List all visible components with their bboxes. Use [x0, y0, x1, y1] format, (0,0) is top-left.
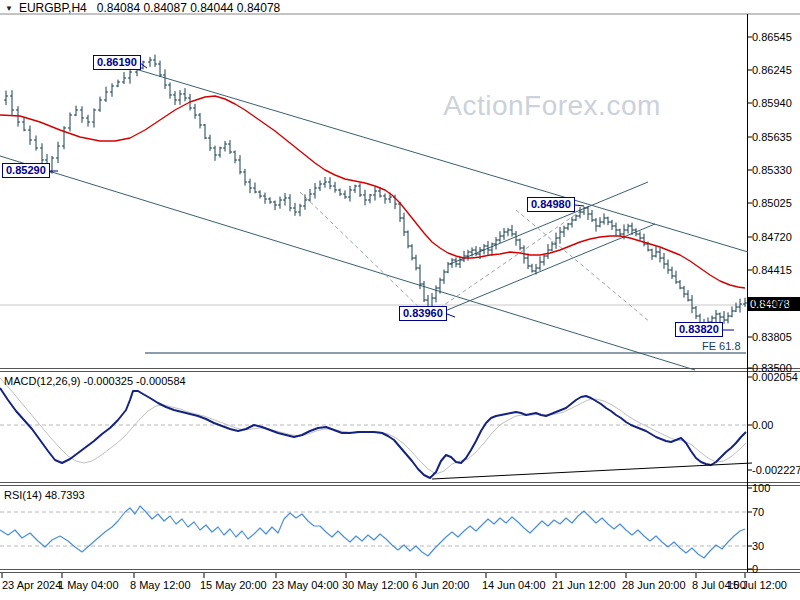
y-axis-macd-label: 0.00: [752, 419, 773, 431]
symbol-period-label: EURGBP,H4: [19, 1, 87, 15]
y-axis-price-label: 0.85025: [752, 197, 792, 209]
y-axis-rsi-label: 30: [752, 540, 764, 552]
x-axis-date-label: 21 Jun 12:00: [552, 579, 616, 591]
level-connector-line: [575, 205, 584, 206]
y-axis-rsi-label: 100: [752, 482, 770, 494]
chart-window: ▼EURGBP,H40.84084 0.84087 0.84044 0.8407…: [0, 0, 800, 600]
price-level-tag: 0.86190: [93, 55, 141, 70]
x-axis-date-label: 30 May 12:00: [342, 579, 409, 591]
x-axis-date-label: 1 May 04:00: [58, 579, 119, 591]
price-level-tag: 0.84980: [527, 197, 575, 212]
trendline: [0, 156, 695, 370]
y-axis-macd-label: 0.002054: [752, 371, 798, 383]
rsi-line: [0, 506, 745, 558]
x-axis-date-label: 15 May 20:00: [200, 579, 267, 591]
y-axis-price-label: 0.86245: [752, 64, 792, 76]
x-axis-date-label: 23 Apr 2024: [2, 579, 61, 591]
y-axis-price-label: 0.86545: [752, 31, 792, 43]
collapse-indicator-icon[interactable]: ▼: [5, 4, 13, 13]
y-axis-rsi-label: 70: [752, 506, 764, 518]
fibonacci-expansion-label: FE 61.8: [702, 340, 741, 352]
x-axis-date-label: 28 Jun 20:00: [622, 579, 686, 591]
y-axis-macd-label: -0.002227: [752, 464, 800, 476]
y-axis-price-label: 0.84720: [752, 231, 792, 243]
y-axis-rsi-label: 0: [752, 563, 758, 575]
x-axis-date-label: 14 Jun 04:00: [482, 579, 546, 591]
rsi-indicator-label: RSI(14) 48.7393: [4, 489, 85, 501]
y-axis-price-label: 0.85940: [752, 97, 792, 109]
y-axis-price-label: 0.84110: [752, 297, 791, 309]
watermark: ActionForex.com: [412, 90, 692, 122]
level-connector-line: [447, 314, 455, 317]
ohlc-quote-label: 0.84084 0.84087 0.84044 0.84078: [97, 1, 281, 15]
y-axis-price-label: 0.84415: [752, 264, 792, 276]
moving-average-line: [0, 96, 745, 288]
y-axis-price-label: 0.85635: [752, 131, 792, 143]
price-level-tag: 0.83960: [399, 306, 447, 321]
price-level-tag: 0.85290: [2, 163, 50, 178]
x-axis-date-label: 8 May 12:00: [130, 579, 191, 591]
macd-indicator-label: MACD(12,26,9) -0.000325 -0.000584: [4, 375, 186, 387]
x-axis-date-label: 15 Jul 12:00: [727, 579, 787, 591]
x-axis-date-label: 23 May 04:00: [272, 579, 339, 591]
macd-line: [0, 388, 746, 478]
trendline: [428, 224, 655, 318]
x-axis-date-label: 6 Jun 20:00: [412, 579, 470, 591]
y-axis-price-label: 0.85330: [752, 164, 792, 176]
macd-trendline: [432, 463, 752, 479]
y-axis-price-label: 0.83805: [752, 331, 792, 343]
price-level-tag: 0.83820: [675, 322, 723, 337]
title-bar: ▼EURGBP,H40.84084 0.84087 0.84044 0.8407…: [5, 1, 280, 15]
